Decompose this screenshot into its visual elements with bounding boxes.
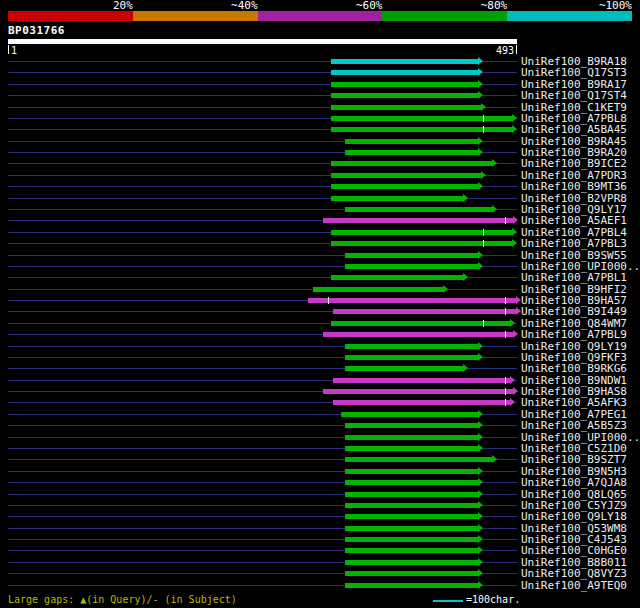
alignment-bar[interactable] (333, 309, 516, 314)
alignment-bar[interactable] (345, 435, 478, 440)
gap-tick (483, 240, 484, 247)
arrowhead-icon (510, 376, 515, 384)
arrowhead-icon (478, 569, 483, 577)
alignment-bar[interactable] (331, 275, 463, 280)
alignment-bar[interactable] (331, 161, 492, 166)
arrowhead-icon (478, 433, 483, 441)
arrowhead-icon (478, 581, 483, 589)
scale-line-icon (433, 600, 463, 602)
alignment-bar[interactable] (345, 469, 478, 474)
alignment-bar[interactable] (331, 116, 512, 121)
gaps-legend-note: Large gaps: ▲(in Query)/- (in Subject) (8, 594, 237, 606)
alignment-bar[interactable] (323, 389, 513, 394)
alignment-bar[interactable] (345, 503, 478, 508)
arrowhead-icon (478, 80, 483, 88)
arrowhead-icon (478, 478, 483, 486)
arrowhead-icon (492, 455, 497, 463)
arrowhead-icon (481, 171, 486, 179)
alignment-bar[interactable] (345, 344, 478, 349)
arrowhead-icon (510, 398, 515, 406)
alignment-bar[interactable] (345, 264, 478, 269)
alignment-bar[interactable] (345, 150, 478, 155)
alignment-bar[interactable] (345, 492, 478, 497)
arrowhead-icon (513, 387, 518, 395)
arrowhead-icon (443, 285, 448, 293)
arrowhead-icon (481, 103, 486, 111)
alignment-bar[interactable] (331, 105, 481, 110)
gap-tick (505, 399, 506, 406)
alignment-bar[interactable] (345, 526, 478, 531)
alignment-bar[interactable] (331, 82, 478, 87)
gap-tick (505, 217, 506, 224)
arrowhead-icon (478, 467, 483, 475)
alignment-bar[interactable] (345, 366, 464, 371)
arrowhead-icon (492, 159, 497, 167)
alignment-bar[interactable] (333, 400, 510, 405)
alignment-bar[interactable] (345, 253, 478, 258)
hit-label[interactable]: UniRef100_A9TEQ0 (521, 580, 627, 592)
gap-tick (505, 297, 506, 304)
alignment-bar[interactable] (333, 378, 510, 383)
arrowhead-icon (478, 524, 483, 532)
arrowhead-icon (510, 319, 515, 327)
arrowhead-icon (478, 501, 483, 509)
alignment-bar[interactable] (331, 173, 481, 178)
alignment-bar[interactable] (331, 241, 512, 246)
alignment-bar[interactable] (345, 560, 478, 565)
alignment-bar[interactable] (345, 423, 478, 428)
scale-label: ~80% (481, 0, 508, 11)
gap-tick (483, 126, 484, 133)
arrowhead-icon (512, 239, 517, 247)
arrowhead-icon (512, 114, 517, 122)
arrowhead-icon (478, 68, 483, 76)
alignment-bar[interactable] (331, 230, 512, 235)
alignment-bar[interactable] (345, 457, 493, 462)
alignment-bar[interactable] (345, 355, 478, 360)
alignment-bar[interactable] (331, 70, 478, 75)
alignment-bar[interactable] (345, 537, 478, 542)
alignment-bar[interactable] (341, 412, 477, 417)
arrowhead-icon (513, 330, 518, 338)
alignment-bar[interactable] (323, 218, 513, 223)
alignment-bar[interactable] (331, 184, 478, 189)
alignment-bar[interactable] (345, 446, 478, 451)
scale-legend-note: =100char. (466, 594, 520, 606)
alignment-bar[interactable] (345, 548, 478, 553)
alignment-bar[interactable] (331, 127, 512, 132)
scale-label: ~100% (599, 0, 632, 11)
arrowhead-icon (478, 546, 483, 554)
arrowhead-icon (478, 353, 483, 361)
alignment-bar[interactable] (345, 139, 478, 144)
arrowhead-icon (492, 205, 497, 213)
arrowhead-icon (478, 342, 483, 350)
gap-tick (483, 229, 484, 236)
alignment-bar[interactable] (345, 207, 493, 212)
blast-graphical-overview: 20%~40%~60%~80%~100% BP031766 1 493 UniR… (0, 0, 640, 608)
alignment-bar[interactable] (308, 298, 516, 303)
alignment-bar[interactable] (313, 287, 443, 292)
scale-label: 20% (113, 0, 133, 11)
gap-tick (483, 115, 484, 122)
alignment-bar[interactable] (331, 59, 478, 64)
alignment-bar[interactable] (345, 583, 478, 588)
alignment-bar[interactable] (331, 196, 463, 201)
alignment-bar[interactable] (331, 93, 478, 98)
scale-segment (133, 11, 258, 21)
arrowhead-icon (463, 273, 468, 281)
alignment-bar[interactable] (345, 480, 478, 485)
arrowhead-icon (478, 490, 483, 498)
arrowhead-icon (478, 57, 483, 65)
identity-scale-bar (8, 11, 632, 21)
query-start-label: 1 (11, 45, 17, 56)
arrowhead-icon (513, 216, 518, 224)
arrowhead-icon (478, 535, 483, 543)
gap-tick (483, 320, 484, 327)
arrowhead-icon (478, 421, 483, 429)
alignment-bar[interactable] (345, 571, 478, 576)
alignment-bar[interactable] (323, 332, 513, 337)
axis-tick-end (516, 45, 517, 54)
arrowhead-icon (512, 125, 517, 133)
alignment-bar[interactable] (345, 514, 478, 519)
arrowhead-icon (478, 444, 483, 452)
query-bar (8, 39, 517, 44)
